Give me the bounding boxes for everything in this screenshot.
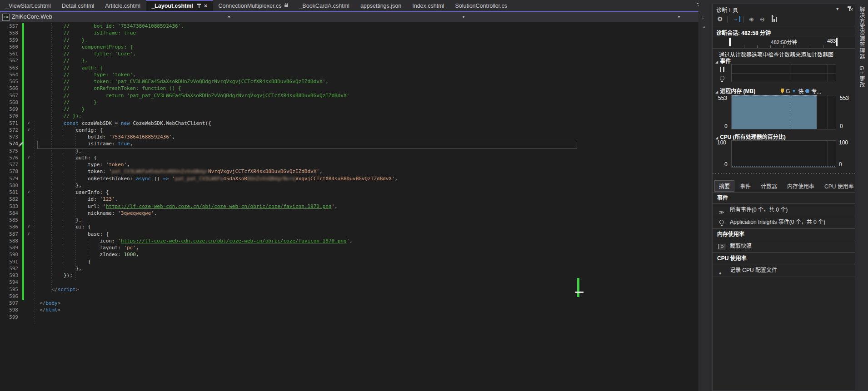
pause-events-icon[interactable] [720, 67, 724, 72]
project-dropdown-arrow-icon[interactable]: ▼ [227, 15, 231, 19]
fold-chevron-icon[interactable]: ∨ [24, 231, 33, 238]
fold-margin [24, 217, 33, 224]
tab--layout-cshtml[interactable]: _Layout.cshtml× [146, 0, 213, 11]
fold-margin [24, 245, 33, 252]
code-lines: 557 // bot_id: '7534738041088592436',558… [0, 23, 698, 321]
tab--bookcarda-cshtml[interactable]: _BookCardA.cshtml [294, 0, 354, 11]
code-text: // }); [33, 113, 698, 120]
code-editor[interactable]: 557 // bot_id: '7534738041088592436',558… [0, 22, 698, 391]
split-window-handle[interactable]: ÷ [701, 14, 705, 21]
line-number: 576 [0, 155, 18, 162]
diag-tab-2[interactable]: 计数器 [756, 180, 782, 192]
tab-label: _BookCardA.cshtml [299, 3, 349, 9]
fold-margin [24, 23, 33, 30]
memory-chart [731, 95, 836, 129]
line-number: 590 [0, 252, 18, 258]
events-section-header[interactable]: ◢事件 [715, 57, 731, 64]
line-number: 565 [0, 79, 18, 85]
code-line: 577 type: 'token', [0, 162, 698, 168]
memory-axis-min-right: 0 [840, 123, 843, 129]
summary-action-all-events[interactable]: ≫所有事件(0 个，共 0 个) [713, 204, 855, 216]
fold-chevron-icon[interactable]: ∨ [24, 127, 33, 134]
tab-label: Artitcle.cshtml [105, 3, 140, 9]
project-dropdown[interactable]: ZhiKeCore.Web [12, 14, 52, 20]
tab-index-cshtml[interactable]: Index.cshtml [407, 0, 449, 11]
tab-label: SolutionController.cs [455, 3, 507, 9]
line-number: 595 [0, 287, 18, 293]
memory-section-header[interactable]: ◢进程内存 (MB) [715, 87, 755, 94]
code-text: // } [33, 99, 698, 106]
tab-connectionmultiplexer-cs[interactable]: ConnectionMultiplexer.cs [213, 0, 294, 11]
fold-chevron-icon[interactable]: ∨ [24, 189, 33, 196]
current-line-highlight [37, 141, 577, 149]
lightbulb-icon[interactable] [720, 76, 724, 80]
fold-margin [24, 113, 33, 120]
fold-chevron-icon[interactable]: ∨ [24, 224, 33, 231]
code-text: url: 'https://lf-coze-web-cdn.coze.cn/ob… [33, 203, 698, 210]
member-dropdown-arrow-icon[interactable]: ▼ [677, 15, 681, 19]
memory-axis-max-right: 553 [840, 95, 849, 101]
scrollbar-thumb[interactable] [575, 292, 584, 293]
pin-tab-icon[interactable] [197, 4, 201, 9]
code-line: 591 } [0, 259, 698, 266]
close-tab-icon[interactable]: × [204, 4, 208, 8]
collapse-arrow-icon[interactable]: ◢ [715, 60, 718, 64]
code-line: 558 // isIframe: true [0, 30, 698, 37]
panel-splitter[interactable] [713, 172, 855, 174]
close-icon[interactable]: × [850, 6, 853, 13]
tab-solutioncontroller-cs[interactable]: SolutionController.cs [449, 0, 513, 11]
line-number: 563 [0, 65, 18, 72]
tab-appsettings-json[interactable]: appsettings.json [355, 0, 407, 11]
code-line: 598</html> [0, 307, 698, 314]
code-text: }, [33, 183, 698, 189]
line-number: 561 [0, 51, 18, 58]
fold-margin [24, 238, 33, 245]
settings-gear-icon[interactable]: ⚙ [717, 15, 723, 23]
fold-margin [24, 99, 33, 106]
code-line: 590 zIndex: 1000, [0, 252, 698, 258]
tab-detail-cshtml[interactable]: Detail.cshtml [56, 0, 100, 11]
memory-usage-area [732, 95, 817, 129]
tab-label: _Layout.cshtml [151, 3, 193, 9]
collapse-arrow-icon[interactable]: ◢ [715, 90, 718, 94]
fold-margin [24, 79, 33, 85]
timeline-ticks [731, 45, 836, 48]
fold-chevron-icon[interactable]: ∨ [24, 155, 33, 162]
summary-action-record[interactable]: ●记录 CPU 配置文件 [713, 264, 855, 277]
diag-tab-3[interactable]: 内存使用率 [783, 180, 819, 192]
fold-margin [24, 210, 33, 217]
code-text [33, 279, 698, 286]
tab-artitcle-cshtml[interactable]: Artitcle.cshtml [100, 0, 146, 11]
line-number: 597 [0, 300, 18, 307]
window-menu-arrow-icon[interactable]: ▾ [836, 6, 839, 12]
tab--viewstart-cshtml[interactable]: _ViewStart.cshtml [0, 0, 56, 11]
cpu-axis-min-left: 0 [724, 161, 728, 168]
line-number: 574 [0, 141, 18, 148]
code-text: // title: 'Coze', [33, 51, 698, 58]
diag-tab-4[interactable]: CPU 使用率 [820, 180, 858, 192]
zoom-in-icon[interactable]: ⊕ [749, 16, 754, 23]
diag-tab-0[interactable]: 摘要 [714, 180, 734, 192]
counter-chart-icon[interactable]: ? [772, 17, 778, 22]
export-icon[interactable]: → [733, 16, 740, 22]
fold-chevron-icon[interactable]: ∨ [24, 120, 33, 127]
diag-tab-1[interactable]: 事件 [735, 180, 755, 192]
session-timeline[interactable]: 482:50分钟 483 [713, 36, 855, 49]
side-tab-0[interactable]: 解决方案资源管理器 [858, 6, 866, 59]
code-line: 569 // } [0, 106, 698, 113]
line-number: 599 [0, 314, 18, 321]
scrollbar-up-arrow-icon[interactable]: ▲ [702, 25, 706, 29]
summary-action-label: 所有事件(0 个，共 0 个) [730, 207, 788, 213]
side-tab-1[interactable]: Git 更改 [858, 66, 866, 88]
summary-action-camera[interactable]: 截取快照 [713, 240, 855, 252]
summary-action-bulb[interactable]: Application Insights 事件(0 个，共 0 个) [713, 216, 855, 228]
line-number: 582 [0, 196, 18, 203]
type-dropdown-arrow-icon[interactable]: ▼ [462, 15, 465, 19]
code-text: base: { [33, 231, 698, 238]
fold-margin [24, 93, 33, 99]
zoom-out-icon[interactable]: ⊖ [760, 16, 765, 23]
tab-bar: _ViewStart.cshtmlDetail.cshtmlArtitcle.c… [0, 0, 698, 11]
scrollbar-change-mark[interactable] [577, 278, 579, 297]
legend-label: 快 [798, 87, 803, 95]
line-number: 585 [0, 217, 18, 224]
